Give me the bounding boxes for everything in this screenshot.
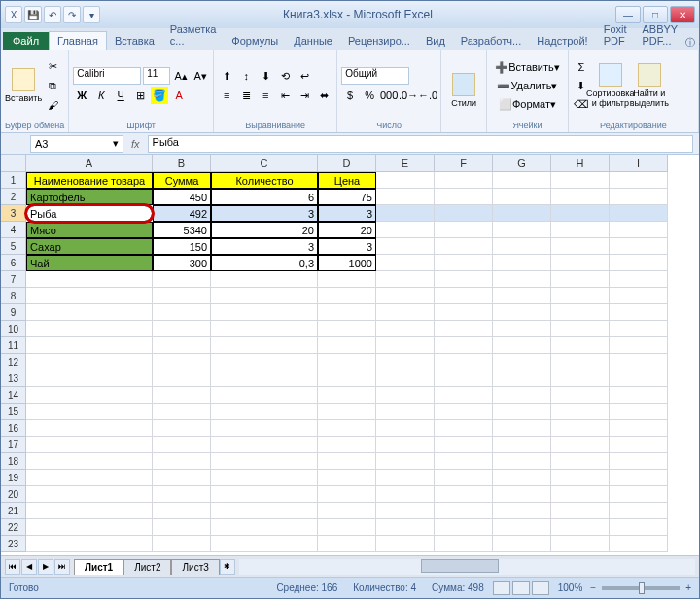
cell[interactable] — [493, 304, 551, 321]
tab-formulas[interactable]: Формулы — [224, 32, 286, 50]
cell[interactable] — [551, 370, 610, 387]
cell[interactable] — [26, 519, 153, 536]
cell[interactable] — [435, 222, 493, 238]
cell[interactable] — [610, 189, 668, 205]
cell[interactable] — [376, 304, 435, 321]
cell[interactable] — [318, 387, 376, 404]
row-header[interactable]: 16 — [1, 420, 26, 437]
cell[interactable] — [610, 238, 668, 255]
cell[interactable] — [551, 255, 610, 271]
file-tab[interactable]: Файл — [3, 32, 49, 50]
select-all-corner[interactable] — [1, 155, 26, 172]
zoom-out-icon[interactable]: − — [590, 582, 596, 593]
cell[interactable] — [211, 470, 318, 486]
cell[interactable] — [318, 503, 376, 519]
cell[interactable] — [610, 503, 668, 519]
row-header[interactable]: 1 — [1, 172, 26, 189]
cell[interactable] — [153, 387, 211, 404]
cell[interactable] — [551, 503, 610, 519]
cell[interactable] — [211, 304, 318, 321]
cell[interactable] — [610, 420, 668, 437]
font-size-select[interactable]: 11 — [143, 67, 170, 85]
tab-view[interactable]: Вид — [418, 32, 453, 50]
currency-icon[interactable]: $ — [341, 87, 359, 104]
row-header[interactable]: 22 — [1, 519, 26, 536]
cell[interactable] — [376, 404, 435, 420]
cell[interactable] — [153, 519, 211, 536]
cell[interactable]: Рыба — [26, 205, 153, 222]
column-header[interactable]: H — [551, 155, 610, 172]
cell[interactable] — [153, 437, 211, 453]
redo-icon[interactable]: ↷ — [63, 6, 81, 23]
cell[interactable] — [610, 453, 668, 470]
cell[interactable] — [610, 304, 668, 321]
cell[interactable] — [376, 503, 435, 519]
cell[interactable] — [610, 486, 668, 503]
cell[interactable] — [376, 337, 435, 354]
cell[interactable] — [493, 387, 551, 404]
next-sheet-icon[interactable]: ▶ — [38, 559, 53, 575]
cell[interactable] — [376, 453, 435, 470]
cell[interactable]: 300 — [153, 255, 211, 271]
cell[interactable] — [376, 321, 435, 337]
cell[interactable]: 3 — [211, 238, 318, 255]
tab-abbyy[interactable]: ABBYY PDF... — [635, 20, 686, 50]
cell[interactable] — [318, 404, 376, 420]
row-header[interactable]: 7 — [1, 271, 26, 288]
decrease-font-icon[interactable]: A▾ — [192, 67, 209, 85]
cell[interactable] — [551, 470, 610, 486]
cell[interactable] — [318, 486, 376, 503]
cell[interactable] — [211, 370, 318, 387]
cell[interactable] — [153, 453, 211, 470]
prev-sheet-icon[interactable]: ◀ — [21, 559, 37, 575]
cell[interactable] — [493, 370, 551, 387]
comma-icon[interactable]: 000 — [380, 87, 398, 104]
increase-font-icon[interactable]: A▴ — [172, 67, 190, 85]
cell[interactable] — [551, 486, 610, 503]
cell[interactable] — [318, 420, 376, 437]
row-header[interactable]: 2 — [1, 189, 26, 205]
cell[interactable] — [493, 222, 551, 238]
cell[interactable] — [153, 486, 211, 503]
cell[interactable] — [211, 321, 318, 337]
row-header[interactable]: 17 — [1, 437, 26, 453]
cell[interactable] — [318, 370, 376, 387]
align-top-icon[interactable]: ⬆ — [218, 67, 235, 85]
font-color-icon[interactable]: A — [170, 87, 188, 104]
qat-more-icon[interactable]: ▾ — [83, 6, 100, 23]
increase-decimal-icon[interactable]: .0→ — [400, 87, 417, 104]
styles-button[interactable]: Стили — [445, 62, 482, 119]
cell[interactable] — [493, 321, 551, 337]
fx-icon[interactable]: fx — [123, 138, 148, 150]
column-header[interactable]: I — [610, 155, 668, 172]
cell[interactable] — [610, 387, 668, 404]
cell[interactable]: Сумма — [153, 172, 211, 189]
cell[interactable] — [551, 321, 610, 337]
cell[interactable] — [26, 271, 153, 288]
cell[interactable] — [376, 387, 435, 404]
cell[interactable] — [211, 288, 318, 304]
cell[interactable] — [493, 189, 551, 205]
cell[interactable] — [493, 255, 551, 271]
tab-layout[interactable]: Разметка с... — [162, 20, 225, 50]
tab-review[interactable]: Рецензиро... — [340, 32, 418, 50]
cell[interactable] — [435, 470, 493, 486]
cell[interactable] — [435, 387, 493, 404]
cell[interactable] — [493, 172, 551, 189]
page-break-view-icon[interactable] — [532, 581, 549, 595]
row-header[interactable]: 10 — [1, 321, 26, 337]
new-sheet-icon[interactable]: ✱ — [220, 559, 235, 575]
cell[interactable] — [376, 420, 435, 437]
cell[interactable]: 20 — [318, 222, 376, 238]
undo-icon[interactable]: ↶ — [44, 6, 61, 23]
cell[interactable] — [610, 370, 668, 387]
column-header[interactable]: C — [211, 155, 318, 172]
paste-button[interactable]: Вставить — [5, 57, 42, 114]
cell[interactable] — [435, 304, 493, 321]
cell[interactable] — [153, 404, 211, 420]
fill-color-icon[interactable]: 🪣 — [151, 87, 168, 104]
cell[interactable]: Мясо — [26, 222, 153, 238]
cell[interactable] — [610, 222, 668, 238]
cell[interactable]: 0,3 — [211, 255, 318, 271]
format-painter-icon[interactable]: 🖌 — [44, 96, 61, 114]
